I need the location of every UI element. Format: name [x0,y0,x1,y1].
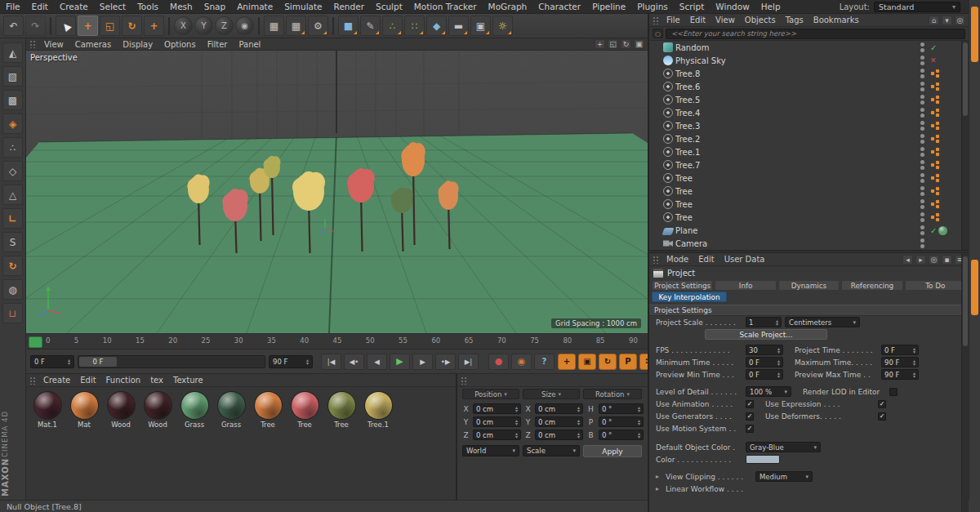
attributes-tab[interactable]: To Do [905,280,966,291]
coord-mode-dropdown[interactable]: World [462,445,519,456]
quantize-icon[interactable]: ↻ [2,256,23,276]
current-frame-marker[interactable] [29,336,42,348]
magnet-icon[interactable]: ⊔ [2,303,23,323]
lock-y-icon[interactable]: Y [194,16,213,35]
undo-icon[interactable]: ↶ [3,16,24,36]
position-z-field[interactable]: 0 cm [473,430,521,440]
object-row[interactable]: Tree.8 [649,67,960,80]
object-name[interactable]: Plane [675,226,916,235]
viewport-menu-item[interactable]: View [38,40,69,49]
object-manager-menu-item[interactable]: File [662,16,685,24]
pen-tool-icon[interactable]: ✎ [360,16,381,36]
object-name[interactable]: Tree.1 [675,148,916,157]
material-item[interactable]: Grass [215,392,247,430]
visibility-dots[interactable] [919,42,925,52]
size-mode-dropdown[interactable]: Scale [523,445,580,456]
visibility-dots[interactable] [919,56,925,65]
play-button[interactable]: ▶ [390,354,410,370]
key-rotation-toggle[interactable]: ↻ [599,354,617,370]
object-row[interactable]: Tree.3 [649,119,960,132]
use-expression-checkbox[interactable] [878,400,886,408]
viewport-menu-item[interactable]: Options [158,40,202,49]
pan-view-icon[interactable]: + [595,39,605,49]
object-row[interactable]: Camera [649,237,960,250]
menubar-item[interactable]: File [0,2,26,11]
use-motion-system-checkbox[interactable] [746,425,754,433]
material-item[interactable]: Tree [288,392,321,430]
current-frame-field[interactable]: 0 F [30,355,74,368]
menubar-item[interactable]: Mesh [164,2,198,11]
level-of-detail-dropdown[interactable]: 100 % [746,386,791,397]
maximize-view-icon[interactable]: ▣ [634,39,644,49]
visibility-dots[interactable] [919,95,925,105]
collapsed-panel-tab[interactable] [971,7,978,62]
material-sphere[interactable] [108,392,135,419]
key-parameter-toggle[interactable]: P [619,354,637,370]
coord-column-header[interactable]: Size [523,389,580,399]
attr-lock-icon[interactable]: ▪ [942,255,952,265]
material-item[interactable]: Mat [68,392,100,430]
environment-icon[interactable]: ▬ [448,16,469,36]
render-picture-viewer-icon[interactable]: ▦ [286,16,306,36]
rotation-b-field[interactable]: 0 ° [599,430,644,440]
object-row[interactable]: Tree.6 [649,80,960,93]
material-item[interactable]: Grass [178,392,211,430]
prev-frame-button[interactable]: ◀ [367,354,387,370]
toolbar-separator[interactable] [50,17,51,35]
object-row[interactable]: Tree.2 [649,132,960,145]
help-button[interactable]: ? [534,354,555,370]
use-generators-checkbox[interactable] [746,412,754,421]
move-tool-icon[interactable]: + [78,16,98,36]
object-name[interactable]: Tree.4 [675,109,916,118]
position-x-field[interactable]: 0 cm [473,403,521,414]
axis-mode-icon[interactable]: ∟ [2,208,23,229]
menubar-item[interactable]: Create [54,2,94,11]
object-tags[interactable] [928,95,959,105]
object-name[interactable]: Random [675,43,916,52]
material-menu-item[interactable]: Create [38,376,75,385]
view-clipping-expand-icon[interactable] [656,473,662,480]
object-row[interactable]: Tree.4 [649,106,960,119]
object-name[interactable]: Camera [675,239,916,248]
attributes-scrollbar[interactable] [961,253,969,512]
material-item[interactable]: Mat.1 [31,392,64,430]
minimum-time-field[interactable]: 0 F [746,357,783,367]
material-menu-item[interactable]: Texture [168,376,208,385]
lock-x-icon[interactable]: X [174,16,193,35]
object-manager-menu-item[interactable]: Objects [740,16,781,24]
menubar-item[interactable]: Window [710,2,755,11]
material-sphere[interactable] [292,392,318,419]
menubar-item[interactable]: Help [755,2,786,11]
array-icon[interactable]: ∷ [404,16,425,36]
position-y-field[interactable]: 0 cm [473,416,521,427]
polygons-mode-icon[interactable]: △ [2,185,23,205]
menubar-item[interactable]: Tools [131,2,164,11]
project-scale-field[interactable]: 1 [746,317,782,327]
prev-key-button[interactable]: ◀• [344,354,364,370]
rotate-tool-icon[interactable]: ↻ [122,16,142,36]
attr-search-icon[interactable]: ◎ [929,255,939,265]
visibility-dots[interactable] [919,238,925,248]
object-tags[interactable] [928,56,959,65]
timeline-ruler[interactable]: 051015202530354045505560657075808590 [26,333,648,349]
size-x-field[interactable]: 0 cm [535,403,583,414]
material-sphere[interactable] [328,392,355,419]
next-frame-button[interactable]: ▶ [412,354,433,370]
object-name[interactable]: Tree [675,213,916,222]
object-manager-menu-item[interactable]: Tags [781,16,808,24]
end-frame-field[interactable]: 90 F [269,355,313,368]
panel-grip-icon[interactable] [653,16,659,24]
render-settings-icon[interactable]: ⚙ [308,16,328,36]
snap-icon[interactable]: S [2,232,23,252]
attributes-tab[interactable]: Referencing [841,280,902,291]
material-sphere[interactable] [71,392,98,419]
attr-back-icon[interactable]: ◂ [902,255,913,265]
object-tags[interactable] [928,43,959,52]
lock-z-icon[interactable]: Z [215,16,234,35]
material-sphere[interactable] [181,392,208,419]
zoom-view-icon[interactable]: ◱ [608,39,618,49]
object-row[interactable]: Tree [649,171,960,185]
toolbar-separator[interactable] [258,17,260,35]
menubar-item[interactable]: Plugins [631,2,674,11]
fps-field[interactable]: 30 [746,345,783,355]
